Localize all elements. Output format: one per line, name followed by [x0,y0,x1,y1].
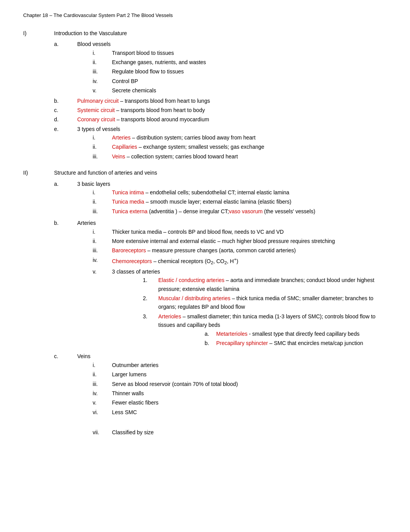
section-1: I) Introduction to the Vasculature a. Bl… [23,29,387,162]
veins-v: v. Fewer elastic fibers [93,398,387,407]
veins-i: i. Outnumber arteries [93,361,387,369]
class-elastic: 1. Elastic / conducting arteries – aorta… [143,276,387,293]
pulmonary-circuit-label: Pulmonary circuit [77,98,119,104]
item-e-types: e. 3 types of vessels i. Arteries – dist… [54,125,387,162]
item-c-systemic: c. Systemic circuit – transports blood f… [54,106,387,114]
class-muscular: 2. Muscular / distributing arteries – th… [143,294,387,311]
tunica-externa: iii. Tunica externa (adventitia ) – dens… [93,207,387,216]
section-2: II) Structure and function of arteries a… [23,168,387,438]
type-capillaries: ii. Capillaries – exchange system; small… [93,143,387,151]
metarterioles: a. Metarterioles - smallest type that di… [205,330,387,338]
systemic-circuit-label: Systemic circuit [77,107,115,113]
veins-iii: iii. Serve as blood reservoir (contain 7… [93,380,387,388]
class-arterioles: 3. Arterioles – smallest diameter; thin … [143,312,387,348]
veins-vi: vi. Less SMC [93,408,387,416]
item-b-arteries: b. Arteries i. Thicker tunica media – co… [54,219,387,350]
veins-iv: iv. Thinner walls [93,389,387,398]
section-1-marker: I) [23,29,54,162]
section-1-title: Introduction to the Vasculature [54,30,127,36]
art-ii-extensive: ii. More extensive internal and external… [93,237,387,245]
type-arteries: i. Arteries – distribution system; carri… [93,133,387,142]
tunica-intima: i. Tunica intima – endothelial cells; su… [93,188,387,197]
item-a-label: Blood vessels [77,41,110,47]
section-2-marker: II) [23,168,54,438]
item-a-blood-vessels: a. Blood vessels i. Transport blood to t… [54,40,387,95]
precapillary-sphincter: b. Precapillary sphincter – SMC that enc… [205,339,387,347]
section-2-title: Structure and function of arteries and v… [54,170,157,176]
art-v-3classes: v. 3 classes of arteries 1. Elastic / co… [93,267,387,349]
art-iv-chemoreceptors: iv. Chemoreceptors – chemical receptors … [93,256,387,267]
item-iii-regulate: iii. Regulate blood flow to tissues [93,67,387,76]
item-iv-control: iv. Control BP [93,77,387,85]
tunica-media: ii. Tunica media – smooth muscle layer; … [93,197,387,206]
item-d-coronary: d. Coronary circuit – transports blood a… [54,115,387,124]
item-a-marker: a. [54,40,77,95]
coronary-circuit-label: Coronary circuit [77,116,115,122]
item-i-transport: i. Transport blood to tissues [93,49,387,57]
type-veins: iii. Veins – collection system; carries … [93,152,387,161]
veins-ii: ii. Larger lumens [93,370,387,379]
item-c-veins: c. Veins i. Outnumber arteries ii. Large… [54,352,387,437]
item-v-secrete: v. Secrete chemicals [93,86,387,95]
veins-vii: vii. Classified by size [93,428,387,437]
art-i-thicker: i. Thicker tunica media – controls BP an… [93,228,387,236]
item-a-layers: a. 3 basic layers i. Tunica intima – end… [54,180,387,217]
page-title: Chapter 18 – The Cardiovascular System P… [23,12,387,20]
item-ii-exchange: ii. Exchange gases, nutrients, and waste… [93,58,387,66]
art-iii-baroreceptors: iii. Baroreceptors – measure pressure ch… [93,246,387,255]
item-b-pulmonary: b. Pulmonary circuit – transports blood … [54,97,387,105]
